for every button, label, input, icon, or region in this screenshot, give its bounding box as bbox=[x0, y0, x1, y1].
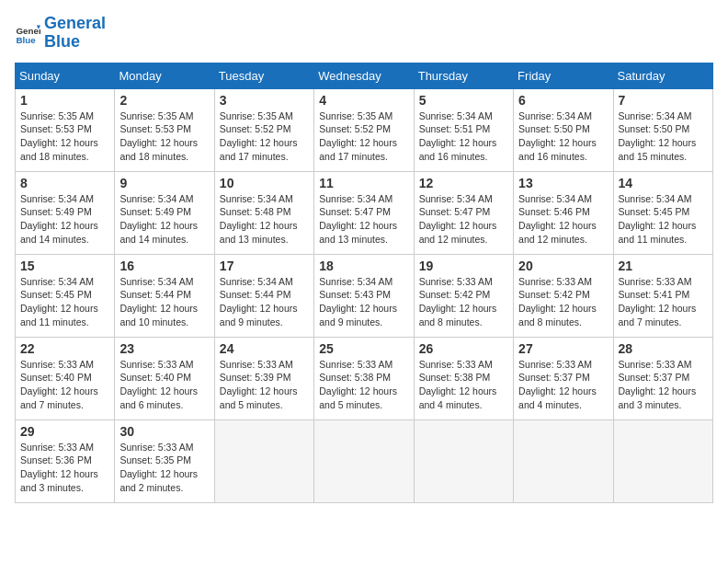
col-friday: Friday bbox=[514, 63, 613, 88]
day-number: 28 bbox=[619, 341, 708, 356]
day-info: Sunrise: 5:34 AM Sunset: 5:45 PM Dayligh… bbox=[20, 275, 109, 329]
day-number: 7 bbox=[619, 93, 708, 108]
day-number: 26 bbox=[419, 341, 508, 356]
day-info: Sunrise: 5:34 AM Sunset: 5:46 PM Dayligh… bbox=[518, 192, 608, 247]
day-info: Sunrise: 5:33 AM Sunset: 5:36 PM Dayligh… bbox=[20, 441, 109, 495]
calendar-day-cell: 2 Sunrise: 5:35 AM Sunset: 5:53 PM Dayli… bbox=[115, 88, 214, 171]
calendar-week-row: 15 Sunrise: 5:34 AM Sunset: 5:45 PM Dayl… bbox=[16, 254, 713, 337]
calendar-day-cell: 21 Sunrise: 5:33 AM Sunset: 5:41 PM Dayl… bbox=[613, 254, 712, 337]
day-number: 2 bbox=[119, 93, 209, 108]
day-info: Sunrise: 5:34 AM Sunset: 5:50 PM Dayligh… bbox=[619, 109, 708, 164]
day-number: 24 bbox=[220, 341, 309, 356]
day-number: 17 bbox=[220, 259, 309, 273]
day-number: 8 bbox=[20, 176, 109, 190]
day-number: 29 bbox=[20, 424, 109, 439]
calendar-empty-cell bbox=[613, 419, 712, 502]
day-info: Sunrise: 5:34 AM Sunset: 5:51 PM Dayligh… bbox=[419, 109, 508, 164]
calendar-day-cell: 18 Sunrise: 5:34 AM Sunset: 5:43 PM Dayl… bbox=[314, 254, 414, 337]
calendar-day-cell: 7 Sunrise: 5:34 AM Sunset: 5:50 PM Dayli… bbox=[613, 88, 712, 171]
day-info: Sunrise: 5:34 AM Sunset: 5:49 PM Dayligh… bbox=[20, 192, 109, 247]
calendar-week-row: 8 Sunrise: 5:34 AM Sunset: 5:49 PM Dayli… bbox=[16, 171, 713, 254]
calendar-week-row: 22 Sunrise: 5:33 AM Sunset: 5:40 PM Dayl… bbox=[16, 337, 713, 419]
day-info: Sunrise: 5:35 AM Sunset: 5:53 PM Dayligh… bbox=[119, 109, 209, 164]
day-info: Sunrise: 5:34 AM Sunset: 5:45 PM Dayligh… bbox=[619, 192, 708, 247]
calendar-day-cell: 30 Sunrise: 5:33 AM Sunset: 5:35 PM Dayl… bbox=[115, 419, 214, 502]
day-number: 18 bbox=[319, 259, 408, 273]
day-number: 1 bbox=[20, 93, 109, 108]
day-info: Sunrise: 5:35 AM Sunset: 5:53 PM Dayligh… bbox=[20, 109, 109, 164]
day-info: Sunrise: 5:33 AM Sunset: 5:39 PM Dayligh… bbox=[220, 358, 309, 412]
calendar-day-cell: 16 Sunrise: 5:34 AM Sunset: 5:44 PM Dayl… bbox=[115, 254, 214, 337]
day-number: 12 bbox=[419, 176, 508, 190]
calendar-day-cell: 11 Sunrise: 5:34 AM Sunset: 5:47 PM Dayl… bbox=[314, 171, 414, 254]
day-number: 22 bbox=[20, 341, 109, 356]
calendar-empty-cell bbox=[414, 419, 513, 502]
calendar-day-cell: 23 Sunrise: 5:33 AM Sunset: 5:40 PM Dayl… bbox=[115, 337, 214, 419]
day-number: 3 bbox=[220, 93, 309, 108]
day-number: 10 bbox=[220, 176, 309, 190]
day-info: Sunrise: 5:33 AM Sunset: 5:40 PM Dayligh… bbox=[119, 358, 209, 412]
day-info: Sunrise: 5:33 AM Sunset: 5:37 PM Dayligh… bbox=[619, 358, 708, 412]
calendar-day-cell: 14 Sunrise: 5:34 AM Sunset: 5:45 PM Dayl… bbox=[613, 171, 712, 254]
day-number: 13 bbox=[518, 176, 608, 190]
day-info: Sunrise: 5:33 AM Sunset: 5:38 PM Dayligh… bbox=[319, 358, 408, 412]
calendar-day-cell: 6 Sunrise: 5:34 AM Sunset: 5:50 PM Dayli… bbox=[514, 88, 613, 171]
calendar-day-cell: 17 Sunrise: 5:34 AM Sunset: 5:44 PM Dayl… bbox=[214, 254, 313, 337]
day-info: Sunrise: 5:34 AM Sunset: 5:48 PM Dayligh… bbox=[220, 192, 309, 247]
day-info: Sunrise: 5:35 AM Sunset: 5:52 PM Dayligh… bbox=[319, 109, 408, 164]
day-info: Sunrise: 5:33 AM Sunset: 5:35 PM Dayligh… bbox=[119, 441, 209, 495]
day-info: Sunrise: 5:33 AM Sunset: 5:40 PM Dayligh… bbox=[20, 358, 109, 412]
day-info: Sunrise: 5:34 AM Sunset: 5:50 PM Dayligh… bbox=[518, 109, 608, 164]
calendar-day-cell: 9 Sunrise: 5:34 AM Sunset: 5:49 PM Dayli… bbox=[115, 171, 214, 254]
logo-icon: General Blue bbox=[15, 20, 40, 46]
calendar-table: Sunday Monday Tuesday Wednesday Thursday… bbox=[15, 63, 713, 503]
day-info: Sunrise: 5:34 AM Sunset: 5:44 PM Dayligh… bbox=[119, 275, 209, 329]
day-info: Sunrise: 5:33 AM Sunset: 5:38 PM Dayligh… bbox=[419, 358, 508, 412]
day-number: 16 bbox=[119, 259, 209, 273]
logo: General Blue GeneralBlue bbox=[15, 15, 106, 52]
day-info: Sunrise: 5:33 AM Sunset: 5:37 PM Dayligh… bbox=[518, 358, 608, 412]
calendar-empty-cell bbox=[214, 419, 313, 502]
calendar-day-cell: 12 Sunrise: 5:34 AM Sunset: 5:47 PM Dayl… bbox=[414, 171, 513, 254]
day-info: Sunrise: 5:35 AM Sunset: 5:52 PM Dayligh… bbox=[220, 109, 309, 164]
logo-text: GeneralBlue bbox=[44, 15, 106, 52]
calendar-day-cell: 19 Sunrise: 5:33 AM Sunset: 5:42 PM Dayl… bbox=[414, 254, 513, 337]
calendar-day-cell: 4 Sunrise: 5:35 AM Sunset: 5:52 PM Dayli… bbox=[314, 88, 414, 171]
day-number: 20 bbox=[518, 259, 608, 273]
calendar-day-cell: 24 Sunrise: 5:33 AM Sunset: 5:39 PM Dayl… bbox=[214, 337, 313, 419]
calendar-day-cell: 26 Sunrise: 5:33 AM Sunset: 5:38 PM Dayl… bbox=[414, 337, 513, 419]
calendar-day-cell: 5 Sunrise: 5:34 AM Sunset: 5:51 PM Dayli… bbox=[414, 88, 513, 171]
calendar-day-cell: 15 Sunrise: 5:34 AM Sunset: 5:45 PM Dayl… bbox=[16, 254, 115, 337]
day-info: Sunrise: 5:34 AM Sunset: 5:47 PM Dayligh… bbox=[319, 192, 408, 247]
col-saturday: Saturday bbox=[613, 63, 712, 88]
calendar-day-cell: 28 Sunrise: 5:33 AM Sunset: 5:37 PM Dayl… bbox=[613, 337, 712, 419]
day-number: 4 bbox=[319, 93, 408, 108]
day-number: 15 bbox=[20, 259, 109, 273]
calendar-day-cell: 20 Sunrise: 5:33 AM Sunset: 5:42 PM Dayl… bbox=[514, 254, 613, 337]
day-info: Sunrise: 5:33 AM Sunset: 5:42 PM Dayligh… bbox=[518, 275, 608, 329]
day-info: Sunrise: 5:34 AM Sunset: 5:43 PM Dayligh… bbox=[319, 275, 408, 329]
col-wednesday: Wednesday bbox=[314, 63, 414, 88]
calendar-day-cell: 13 Sunrise: 5:34 AM Sunset: 5:46 PM Dayl… bbox=[514, 171, 613, 254]
day-number: 21 bbox=[619, 259, 708, 273]
day-info: Sunrise: 5:33 AM Sunset: 5:42 PM Dayligh… bbox=[419, 275, 508, 329]
calendar-day-cell: 29 Sunrise: 5:33 AM Sunset: 5:36 PM Dayl… bbox=[16, 419, 115, 502]
svg-text:Blue: Blue bbox=[16, 34, 36, 44]
day-number: 25 bbox=[319, 341, 408, 356]
day-info: Sunrise: 5:34 AM Sunset: 5:47 PM Dayligh… bbox=[419, 192, 508, 247]
col-tuesday: Tuesday bbox=[214, 63, 313, 88]
day-number: 19 bbox=[419, 259, 508, 273]
calendar-empty-cell bbox=[314, 419, 414, 502]
day-info: Sunrise: 5:33 AM Sunset: 5:41 PM Dayligh… bbox=[619, 275, 708, 329]
day-info: Sunrise: 5:34 AM Sunset: 5:44 PM Dayligh… bbox=[220, 275, 309, 329]
calendar-day-cell: 25 Sunrise: 5:33 AM Sunset: 5:38 PM Dayl… bbox=[314, 337, 414, 419]
calendar-day-cell: 1 Sunrise: 5:35 AM Sunset: 5:53 PM Dayli… bbox=[16, 88, 115, 171]
day-number: 27 bbox=[518, 341, 608, 356]
day-number: 30 bbox=[119, 424, 209, 439]
col-monday: Monday bbox=[115, 63, 214, 88]
page-header: General Blue GeneralBlue bbox=[15, 15, 713, 52]
day-number: 5 bbox=[419, 93, 508, 108]
calendar-day-cell: 8 Sunrise: 5:34 AM Sunset: 5:49 PM Dayli… bbox=[16, 171, 115, 254]
calendar-header-row: Sunday Monday Tuesday Wednesday Thursday… bbox=[16, 63, 713, 88]
calendar-day-cell: 22 Sunrise: 5:33 AM Sunset: 5:40 PM Dayl… bbox=[16, 337, 115, 419]
